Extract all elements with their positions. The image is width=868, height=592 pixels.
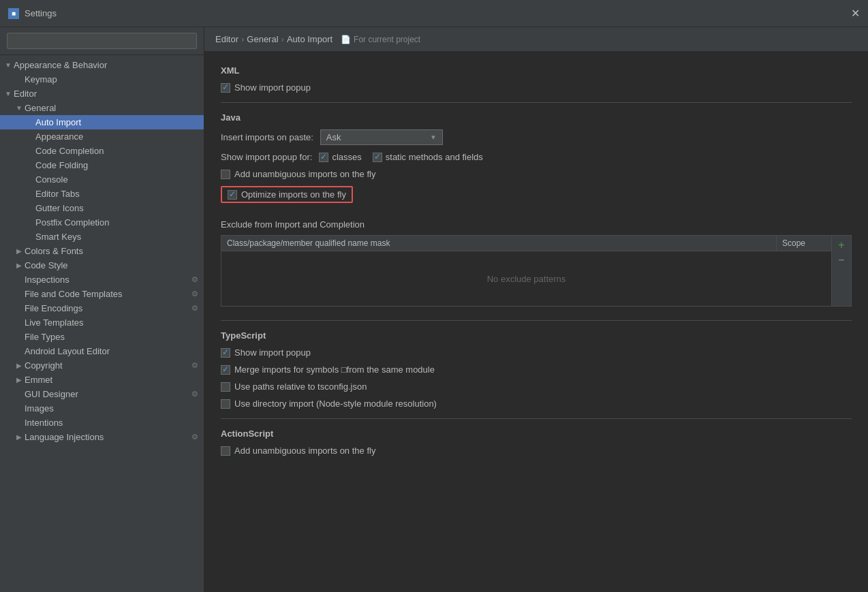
optimize-imports-label[interactable]: Optimize imports on the fly [228,189,346,200]
as-add-unambiguous-row: Add unambiguous imports on the fly [221,446,852,456]
optimize-imports-text: Optimize imports on the fly [241,189,346,200]
settings-icon: ⚙ [191,275,198,284]
ts-show-import-label[interactable]: Show import popup [221,347,311,358]
sidebar-item-images[interactable]: Images [0,401,204,416]
sidebar-item-editor[interactable]: ▼ Editor [0,87,204,101]
sidebar-item-general[interactable]: ▼ General [0,101,204,115]
exclude-table-body: No exclude patterns [221,251,831,306]
sidebar-item-label: Copyright [25,360,63,371]
sidebar-item-appearance-behavior[interactable]: ▼ Appearance & Behavior [0,58,204,72]
sidebar-item-file-code-templates[interactable]: File and Code Templates ⚙ [0,287,204,301]
ts-use-paths-label[interactable]: Use paths relative to tsconfig.json [221,381,367,392]
sidebar-item-label: Auto Import [35,117,204,127]
insert-imports-dropdown[interactable]: Ask ▼ [320,129,443,145]
sidebar-item-language-injections[interactable]: ▶ Language Injections ⚙ [0,430,204,444]
exclude-title: Exclude from Import and Completion [221,219,852,230]
sidebar-item-label: Intentions [25,418,204,428]
exclude-table: Class/package/member qualified name mask… [221,236,831,306]
search-input[interactable] [7,33,197,49]
remove-exclude-button[interactable]: − [835,253,848,267]
sidebar-item-colors-fonts[interactable]: ▶ Colors & Fonts [0,244,204,258]
ts-merge-imports-label[interactable]: Merge imports for symbols □from the same… [221,364,435,375]
ts-use-directory-text: Use directory import (Node-style module … [234,399,437,409]
sidebar-item-console[interactable]: Console [0,172,204,187]
ts-use-paths-text: Use paths relative to tsconfig.json [234,381,367,392]
sidebar-item-label: File Encodings [25,303,82,313]
add-unambiguous-row: Add unambiguous imports on the fly [221,169,852,179]
sidebar-item-smart-keys[interactable]: Smart Keys [0,230,204,244]
classes-label: classes [332,152,361,162]
sidebar-item-label: Images [25,403,204,414]
sidebar-item-keymap[interactable]: Keymap [0,72,204,87]
settings-icon: ⚙ [191,304,198,313]
sidebar-item-label: Smart Keys [35,232,204,242]
sidebar-item-code-completion[interactable]: Code Completion [0,144,204,158]
java-section-title: Java [221,112,852,123]
section-divider-3 [221,418,852,419]
static-methods-checkbox-item: static methods and fields [373,152,483,162]
sidebar-item-live-templates[interactable]: Live Templates [0,315,204,330]
sidebar-item-auto-import[interactable]: Auto Import [0,115,204,129]
ts-use-directory-checkbox[interactable] [221,399,230,409]
ts-use-paths-row: Use paths relative to tsconfig.json [221,381,852,392]
xml-show-import-text: Show import popup [234,82,311,93]
actionscript-section-title: ActionScript [221,429,852,439]
add-unambiguous-checkbox[interactable] [221,170,230,179]
as-add-unambiguous-checkbox[interactable] [221,446,230,456]
sidebar-item-emmet[interactable]: ▶ Emmet [0,373,204,387]
sidebar-item-label: File Types [25,332,204,342]
sidebar-item-label: Postfix Completion [35,217,204,228]
sidebar-item-label: General [25,103,204,113]
section-divider-1 [221,102,852,103]
breadcrumb-general: General [247,34,278,44]
add-unambiguous-label[interactable]: Add unambiguous imports on the fly [221,169,375,179]
sidebar-item-editor-tabs[interactable]: Editor Tabs [0,187,204,201]
ts-merge-imports-checkbox[interactable] [221,365,230,375]
sidebar-item-code-folding[interactable]: Code Folding [0,158,204,172]
arrow-icon: ▶ [14,262,25,269]
exclude-empty-text: No exclude patterns [487,274,566,284]
breadcrumb-editor: Editor [215,34,238,44]
xml-show-import-row: Show import popup [221,82,852,93]
sidebar-item-file-encodings[interactable]: File Encodings ⚙ [0,301,204,315]
exclude-actions: + − [831,236,851,306]
sidebar-item-postfix-completion[interactable]: Postfix Completion [0,215,204,230]
as-add-unambiguous-label[interactable]: Add unambiguous imports on the fly [221,446,375,456]
breadcrumb: Editor › General › Auto Import 📄 For cur… [204,27,868,52]
sidebar-item-intentions[interactable]: Intentions [0,416,204,430]
dropdown-arrow-icon: ▼ [430,134,437,141]
sidebar-item-gui-designer[interactable]: GUI Designer ⚙ [0,387,204,401]
sidebar-item-file-types[interactable]: File Types [0,330,204,344]
add-exclude-button[interactable]: + [835,238,848,252]
xml-show-import-label[interactable]: Show import popup [221,82,311,93]
exclude-section: Exclude from Import and Completion Class… [221,219,852,307]
sidebar-item-copyright[interactable]: ▶ Copyright ⚙ [0,358,204,373]
sidebar-item-inspections[interactable]: Inspections ⚙ [0,272,204,287]
ts-show-import-checkbox[interactable] [221,348,230,358]
sidebar-item-android-layout-editor[interactable]: Android Layout Editor [0,344,204,358]
sidebar-item-appearance[interactable]: Appearance [0,129,204,144]
window-title: Settings [25,8,57,18]
col-scope-header: Scope [777,236,831,251]
sidebar-item-code-style[interactable]: ▶ Code Style [0,258,204,272]
panel-content: XML Show import popup Java Insert import… [204,52,868,592]
sidebar-item-label: Code Style [25,260,204,270]
ts-use-paths-checkbox[interactable] [221,382,230,392]
close-button[interactable]: ✕ [851,8,860,19]
sidebar-item-label: Live Templates [25,317,204,328]
checkboxes-inline: classes static methods and fields [319,152,482,162]
exclude-table-header: Class/package/member qualified name mask… [221,236,831,251]
sidebar-item-label: Appearance & Behavior [14,60,204,70]
ts-use-directory-label[interactable]: Use directory import (Node-style module … [221,399,437,409]
project-label: For current project [354,35,420,44]
sidebar-item-gutter-icons[interactable]: Gutter Icons [0,201,204,215]
sidebar-tree: ▼ Appearance & Behavior Keymap ▼ Editor … [0,55,204,592]
arrow-icon: ▶ [14,376,25,384]
classes-checkbox[interactable] [319,153,328,162]
static-methods-checkbox[interactable] [373,153,382,162]
xml-show-import-checkbox[interactable] [221,83,230,93]
optimize-imports-checkbox[interactable] [228,190,237,200]
ts-use-directory-row: Use directory import (Node-style module … [221,399,852,409]
arrow-icon: ▶ [14,362,25,369]
sidebar-item-label: Editor [14,89,204,99]
